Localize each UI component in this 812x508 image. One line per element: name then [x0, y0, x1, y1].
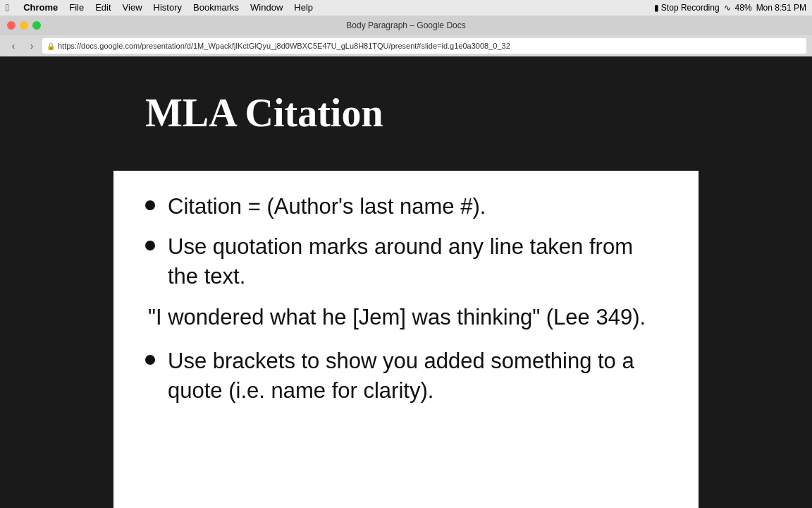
bullet-text-2: Use quotation marks around any line take… — [168, 232, 667, 291]
menu-window[interactable]: Window — [245, 0, 288, 16]
apple-logo-icon:  — [6, 2, 9, 13]
battery-indicator: 48% — [735, 3, 752, 13]
menu-bar-right: ▮ Stop Recording ∿ 48% Mon 8:51 PM — [654, 0, 806, 16]
clock: Mon 8:51 PM — [756, 3, 806, 13]
back-button[interactable]: ‹ — [6, 38, 21, 54]
slide-title: MLA Citation — [145, 92, 667, 135]
wifi-icon: ∿ — [724, 3, 731, 13]
menu-view[interactable]: View — [117, 0, 148, 16]
mac-menu-bar:  Chrome File Edit View History Bookmark… — [0, 0, 812, 16]
quote-block: "I wondered what he [Jem] was thinking" … — [145, 303, 667, 332]
bullet-dot-icon — [145, 241, 155, 250]
browser-content: MLA Citation Citation = (Author's last n… — [0, 56, 812, 508]
bullet-text-1: Citation = (Author's last name #). — [168, 192, 486, 222]
bullet-dot-icon — [145, 200, 155, 210]
browser-toolbar: ‹ › 🔒 https://docs.google.com/presentati… — [0, 35, 812, 56]
slide-header: MLA Citation — [113, 56, 699, 171]
address-text: https://docs.google.com/presentation/d/1… — [58, 42, 510, 50]
list-item: Use brackets to show you added something… — [145, 346, 667, 406]
browser-title-text: Body Paragraph – Google Docs — [346, 20, 465, 30]
menu-chrome[interactable]: Chrome — [18, 0, 63, 16]
slide-body: Citation = (Author's last name #). Use q… — [113, 171, 699, 445]
minimize-button[interactable] — [20, 21, 28, 30]
bullet-text-3: Use brackets to show you added something… — [168, 346, 667, 406]
list-item: Use quotation marks around any line take… — [145, 232, 667, 291]
menu-bar-left:  Chrome File Edit View History Bookmark… — [6, 0, 319, 16]
lock-icon: 🔒 — [47, 42, 55, 50]
menu-history[interactable]: History — [148, 0, 187, 16]
bullet-dot-icon — [145, 355, 155, 365]
menu-edit[interactable]: Edit — [90, 0, 116, 16]
browser-window: Body Paragraph – Google Docs ‹ › 🔒 https… — [0, 16, 812, 56]
close-button[interactable] — [7, 21, 16, 30]
maximize-button[interactable] — [32, 21, 41, 30]
menu-bookmarks[interactable]: Bookmarks — [187, 0, 245, 16]
window-controls[interactable] — [7, 21, 41, 30]
menu-file[interactable]: File — [63, 0, 90, 16]
address-bar[interactable]: 🔒 https://docs.google.com/presentation/d… — [42, 38, 806, 54]
stop-recording-indicator: ▮ Stop Recording — [654, 3, 720, 13]
list-item: Citation = (Author's last name #). — [145, 192, 667, 222]
slide-container: MLA Citation Citation = (Author's last n… — [113, 56, 699, 508]
browser-title-bar: Body Paragraph – Google Docs — [0, 16, 812, 35]
menu-help[interactable]: Help — [288, 0, 319, 16]
forward-button[interactable]: › — [24, 38, 39, 54]
